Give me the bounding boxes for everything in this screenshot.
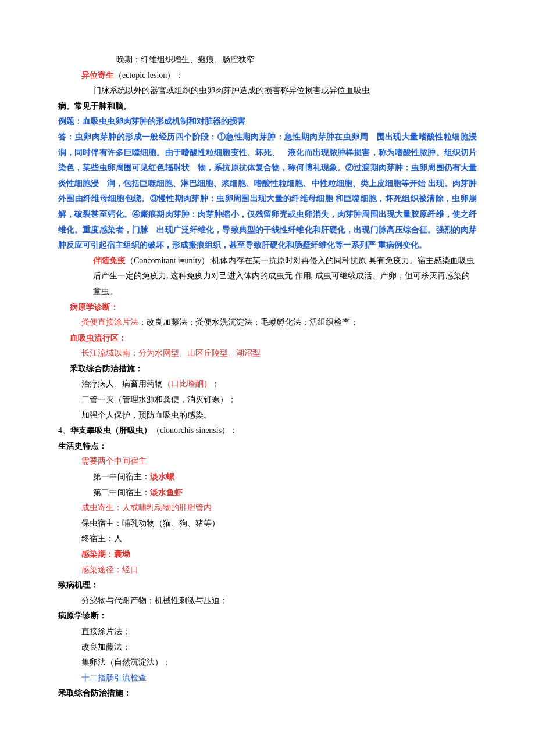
host2-value: 淡水鱼虾 [150,488,183,497]
semicolon: ； [212,379,220,388]
text-line: 病。常见于肺和脑。 [58,99,477,114]
text-line: 保虫宿主：哺乳动物（猫、狗、猪等） [58,516,477,532]
example-title: 例题：血吸虫虫卵肉芽肿的形成机制和对脏器的损害 [58,114,477,130]
text-line: 二管一灭（管理水源和粪便，消灭钉螺）； [58,392,477,408]
text-line: 粪便直接涂片法；改良加藤法；粪便水洗沉淀法；毛蚴孵化法；活组织检查； [58,315,477,331]
heading-epidemic-area: 血吸虫流行区： [58,331,477,346]
text-line: 成虫寄生：人或哺乳动物的肝胆管内 [58,500,477,516]
text-line: 集卵法（自然沉淀法）； [58,655,477,671]
text-line: 感染途径：经口 [58,562,477,578]
treatment-text: 治疗病人、病畜用药物 [81,379,163,388]
text-line: 分泌物与代谢产物；机械性刺激与压迫； [58,593,477,609]
heading-prevention: 釆取综合防治措施： [58,361,477,377]
text-line: 治疗病人、病畜用药物（口比喹酮）； [58,377,477,392]
heading-pathogenesis: 致病机理： [58,578,477,593]
host1-label: 第一中间宿主： [93,472,150,481]
text-line: 门脉系统以外的器官或组织的虫卵肉芽肿造成的损害称异位损害或异位血吸虫 [58,83,477,99]
term-concomitant: 伴随免疫 [93,256,126,265]
text-line: 第二中间宿主：淡水鱼虾 [58,485,477,501]
text-line: 伴随免疫（Concomitant i≡unity）:机体内存在某一抗原时对再侵入… [58,253,477,300]
methods-other: ；改良加藤法；粪便水洗沉淀法；毛蚴孵化法；活组织检查； [138,318,358,327]
text-line: 长江流域以南；分为水网型、山区丘陵型、湖沼型 [58,346,477,361]
heading-lifecycle: 生活史特点： [58,439,477,454]
clonorchis-name: 华支睾吸虫（肝吸虫） [70,426,152,435]
text-line: 晚期：纤维组织增生、瘢痕、肠腔狭窄 [58,52,477,68]
num-4: 4、 [58,426,70,435]
text-line: 感染期：囊坳 [58,547,477,562]
host2-label: 第二中间宿主： [93,488,150,497]
term-ectopic-en: （ectopic lesion）： [114,71,183,80]
text-line: 需要两个中间宿主 [58,454,477,470]
host1-value: 淡水螺 [150,472,174,481]
text-line: 十二指肠引流检查 [58,671,477,686]
clonorchis-latin: （clonorchis sinensis）： [152,426,238,435]
term-ectopic: 异位寄生 [81,71,114,80]
text-line: 终宿主：人 [58,531,477,547]
heading-prevention-2: 釆取综合防治措施： [58,686,477,701]
text-line: 直接涂片法； [58,624,477,640]
heading-diagnosis: 病原学诊断： [58,300,477,316]
method-feces: 粪便直接涂片法 [81,318,138,327]
drug-name: （口比喹酮） [163,379,212,388]
heading-diagnosis-2: 病原学诊断： [58,608,477,624]
term-concomitant-desc: （Concomitant i≡unity）:机体内存在某一抗原时对再侵入的同种抗… [93,256,475,296]
text-line: 改良加藤法； [58,640,477,655]
text-line: 异位寄生（ectopic lesion）： [58,68,477,84]
text-line: 加强个人保护，预防血吸虫的感染。 [58,408,477,424]
text-line: 第一中间宿主：淡水螺 [58,470,477,485]
example-answer: 答：虫卵肉芽肿的形成一般经历四个阶段：①急性期肉芽肿：急性期肉芽肿在虫卵周 围出… [58,130,477,253]
section-4-heading: 4、华支睾吸虫（肝吸虫）（clonorchis sinensis）： [58,423,477,439]
